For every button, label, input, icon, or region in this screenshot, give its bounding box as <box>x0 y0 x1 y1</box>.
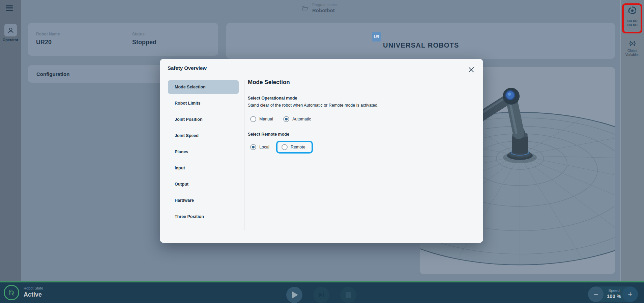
speed-value: 100 % <box>605 293 623 299</box>
speed-decrease-button[interactable]: − <box>588 286 604 302</box>
play-button[interactable] <box>286 287 302 303</box>
radio-option-remote-highlighted[interactable]: Remote <box>276 141 313 154</box>
remote-mode-label: Select Remote mode <box>248 132 289 137</box>
nav-item-output[interactable]: Output <box>168 177 239 191</box>
program-name-value: Robotbot <box>312 7 337 13</box>
swirl-icon <box>628 6 637 15</box>
nav-item-three-position[interactable]: Three Position <box>168 210 239 223</box>
cc-text: CC CC CC CC <box>621 19 644 27</box>
radio-manual[interactable] <box>250 116 256 122</box>
modal-nav-divider <box>244 80 244 230</box>
content-heading: Mode Selection <box>248 79 290 86</box>
safety-overview-shortcut[interactable]: CC CC CC CC <box>621 6 644 27</box>
brand-card: UR UNIVERSAL ROBOTS <box>226 23 615 59</box>
close-icon <box>468 66 474 73</box>
universal-robots-logo: UR UNIVERSAL ROBOTS <box>372 32 470 49</box>
remote-mode-radio-group: Local Remote <box>250 140 313 154</box>
stop-button[interactable] <box>340 287 356 303</box>
robot-name-label: Robot Name <box>36 32 60 36</box>
radio-automatic-label: Automatic <box>292 117 311 121</box>
radio-local[interactable] <box>250 144 256 150</box>
radio-local-label: Local <box>259 145 269 149</box>
operational-mode-radio-group: Manual Automatic <box>250 115 311 123</box>
status-label: Status <box>132 32 156 36</box>
global-variables-label: Global Variables <box>621 49 644 57</box>
app-root: Program name Robotbot Operator <box>0 0 644 303</box>
safety-overview-modal: Safety Overview Mode Selection Robot Lim… <box>160 59 483 243</box>
hamburger-menu-button[interactable] <box>6 4 13 11</box>
nav-item-planes[interactable]: Planes <box>168 145 239 159</box>
right-sidebar: CC CC CC CC {x} Global Variables <box>620 0 644 281</box>
configuration-title: Configuration <box>36 71 69 77</box>
footer-bar: Robot State Active − Speed 100 % <box>0 281 644 303</box>
global-variables-button[interactable]: {x} Global Variables <box>621 40 644 57</box>
nav-item-mode-selection[interactable]: Mode Selection <box>168 80 239 94</box>
ur-logo-icon: UR <box>372 32 381 42</box>
robot-state-value: Active <box>24 291 43 298</box>
radio-option-automatic[interactable]: Automatic <box>283 116 311 122</box>
radio-option-local[interactable]: Local <box>250 144 269 150</box>
status-value: Stopped <box>132 39 156 46</box>
operational-mode-label: Select Operational mode <box>248 96 297 101</box>
operator-avatar-button[interactable] <box>4 24 17 36</box>
play-icon <box>292 292 298 298</box>
card-divider <box>124 26 124 52</box>
stop-icon <box>346 292 351 298</box>
person-icon <box>7 27 14 34</box>
operational-mode-description: Stand clear of the robot when Automatic … <box>248 103 379 108</box>
modal-title: Safety Overview <box>168 65 207 71</box>
robot-state-label: Robot State <box>24 286 43 290</box>
robot-name-value: UR20 <box>36 39 60 46</box>
ur-badge-icon <box>4 285 19 300</box>
robot-status-card: Robot Name UR20 Status Stopped <box>28 23 218 56</box>
skip-icon <box>318 291 325 299</box>
program-name-block[interactable]: Program name Robotbot <box>301 3 337 13</box>
radio-remote-label: Remote <box>291 145 305 149</box>
radio-remote[interactable] <box>282 144 288 150</box>
variables-icon: {x} <box>621 40 644 46</box>
radio-option-manual[interactable]: Manual <box>250 116 273 122</box>
speed-control: − Speed 100 % + <box>588 286 638 302</box>
brand-wordmark: UNIVERSAL ROBOTS <box>383 42 459 49</box>
operator-label: Operator <box>0 38 21 42</box>
program-name-label: Program name <box>312 3 337 7</box>
nav-item-joint-position[interactable]: Joint Position <box>168 113 239 126</box>
nav-item-hardware[interactable]: Hardware <box>168 194 239 207</box>
nav-item-robot-limits[interactable]: Robot Limits <box>168 97 239 110</box>
radio-manual-label: Manual <box>259 117 273 121</box>
speed-increase-button[interactable]: + <box>622 286 638 302</box>
safety-nav-list: Mode Selection Robot Limits Joint Positi… <box>168 80 239 226</box>
open-folder-icon <box>301 5 309 11</box>
nav-item-input[interactable]: Input <box>168 161 239 175</box>
nav-item-joint-speed[interactable]: Joint Speed <box>168 129 239 142</box>
step-button[interactable] <box>313 287 329 303</box>
left-sidebar: Operator <box>0 0 21 281</box>
speed-label: Speed <box>605 288 623 293</box>
close-button[interactable] <box>466 65 476 74</box>
radio-automatic[interactable] <box>283 116 289 122</box>
